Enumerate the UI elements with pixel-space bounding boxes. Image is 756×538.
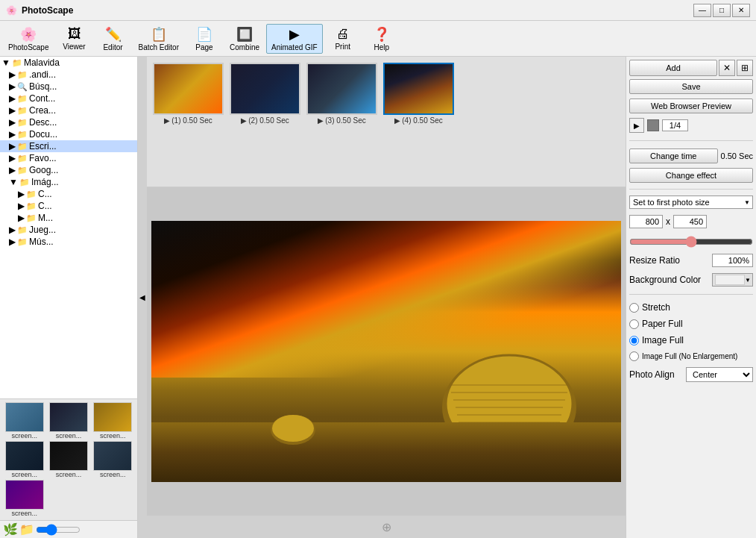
tree-item-m[interactable]: ▶ 📁 M... [0, 212, 137, 224]
minimize-button[interactable]: — [693, 4, 711, 17]
frame-4[interactable]: ▶ (4) 0.50 Sec [383, 63, 454, 125]
frame-2[interactable]: ▶ (2) 0.50 Sec [230, 63, 300, 125]
label-image-full: Image Full [642, 335, 684, 345]
thumb-3[interactable]: screen... [92, 402, 134, 440]
zoom-slider[interactable] [36, 525, 81, 534]
nav-icon-2[interactable]: 📁 [19, 522, 34, 537]
toolbar-print-label: Print [335, 43, 350, 51]
folder-icon: 📁 [12, 58, 22, 68]
resize-ratio-input[interactable] [712, 254, 753, 267]
size-mode-select[interactable]: Set to first photo size [629, 196, 753, 209]
tree-item-label-c2: C... [38, 201, 52, 211]
tree-item-andi[interactable]: ▶ 📁 .andi... [0, 69, 137, 81]
frame-counter: 1/4 [662, 119, 688, 131]
toolbar-combine[interactable]: 🔲 Combine [224, 24, 265, 54]
option-stretch[interactable]: Stretch [629, 302, 753, 313]
thumb-4[interactable]: screen... [3, 441, 45, 478]
tree-item-label-crea: Crea... [29, 105, 56, 116]
tree-item-imag[interactable]: ▼ 📁 Imág... [0, 176, 137, 188]
thumb-label-7: screen... [5, 510, 44, 517]
add-button[interactable]: Add [629, 60, 717, 76]
change-time-button[interactable]: Change time [629, 148, 718, 163]
hay-scene [151, 221, 621, 482]
preview-area [147, 187, 626, 516]
tree-item-busq[interactable]: ▶ 🔍 Búsq... [0, 81, 137, 93]
web-preview-button[interactable]: Web Browser Preview [629, 98, 753, 113]
time-value: 0.50 Sec [721, 151, 753, 160]
toolbar-viewer-label: Viewer [63, 43, 85, 51]
file-tree: ▼ 📁 Malavida ▶ 📁 .andi... ▶ 🔍 Búsq... ▶ … [0, 57, 137, 398]
change-effect-button[interactable]: Change effect [629, 168, 753, 183]
radio-stretch[interactable] [629, 303, 639, 313]
thumb-7[interactable]: screen... [3, 480, 45, 517]
tree-item-label-goog: Goog... [29, 165, 58, 175]
dimensions-row: x [629, 215, 753, 228]
editor-icon: ✏️ [105, 26, 122, 43]
toolbar-photoscape[interactable]: 🌸 PhotoScape [3, 24, 54, 54]
sidebar-bottom-nav: 🌿 📁 [0, 520, 137, 538]
width-input[interactable] [629, 215, 663, 228]
height-input[interactable] [673, 215, 707, 228]
toolbar-combine-label: Combine [230, 43, 259, 51]
sidebar-collapse-button[interactable]: ◀ [138, 57, 147, 538]
expand-icon-c1: ▶ [18, 189, 25, 199]
toolbar-viewer[interactable]: 🖼 Viewer [56, 24, 93, 53]
folder-icon-busq: 🔍 [17, 82, 28, 92]
toolbar-page[interactable]: 📄 Page [186, 24, 223, 54]
tree-item-goog[interactable]: ▶ 📁 Goog... [0, 164, 137, 176]
expand-icon-escri: ▶ [9, 141, 16, 151]
expand-icon-goog: ▶ [9, 165, 16, 175]
close-button[interactable]: ✕ [732, 4, 750, 17]
save-button[interactable]: Save [629, 79, 753, 94]
frame-label-2: ▶ (2) 0.50 Sec [241, 116, 289, 125]
toolbar-editor[interactable]: ✏️ Editor [95, 24, 132, 54]
frame-1[interactable]: ▶ (1) 0.50 Sec [153, 63, 224, 125]
toolbar-print[interactable]: 🖨 Print [324, 24, 362, 53]
thumb-1[interactable]: screen... [3, 402, 45, 440]
folder-icon-mus: 📁 [17, 237, 28, 247]
reorder-button[interactable]: ⊞ [737, 60, 753, 76]
tree-item-c1[interactable]: ▶ 📁 C... [0, 188, 137, 200]
toolbar: 🌸 PhotoScape 🖼 Viewer ✏️ Editor 📋 Batch … [0, 21, 756, 57]
tree-item-label-imag: Imág... [31, 177, 59, 187]
thumb-2[interactable]: screen... [47, 402, 89, 440]
thumb-6[interactable]: screen... [92, 441, 134, 478]
tree-item-cont[interactable]: ▶ 📁 Cont... [0, 93, 137, 104]
toolbar-help[interactable]: ❓ Help [363, 24, 400, 54]
app-icon: 🌸 [6, 5, 17, 16]
maximize-button[interactable]: □ [713, 4, 731, 17]
tree-item-malavida[interactable]: ▼ 📁 Malavida [0, 57, 137, 69]
play-button[interactable]: ▶ [629, 118, 644, 133]
tree-item-c2[interactable]: ▶ 📁 C... [0, 200, 137, 212]
tree-item-crea[interactable]: ▶ 📁 Crea... [0, 104, 137, 116]
toolbar-batch[interactable]: 📋 Batch Editor [133, 24, 184, 54]
frame-3[interactable]: ▶ (3) 0.50 Sec [306, 63, 377, 125]
bg-color-button[interactable]: ▼ [712, 273, 753, 287]
radio-paper-full[interactable] [629, 319, 639, 329]
size-slider[interactable] [629, 236, 753, 248]
folder-icon-c2: 📁 [26, 201, 37, 211]
radio-image-full[interactable] [629, 336, 639, 345]
frames-strip: ▶ (1) 0.50 Sec ▶ (2) 0.50 Sec ▶ (3) 0.50… [147, 57, 626, 187]
thumb-5[interactable]: screen... [47, 441, 89, 478]
option-paper-full[interactable]: Paper Full [629, 319, 753, 329]
tree-item-docu[interactable]: ▶ 📁 Docu... [0, 128, 137, 140]
radio-image-full-no-enlarge[interactable] [629, 351, 639, 361]
tree-item-escri[interactable]: ▶ 📁 Escri... [0, 140, 137, 152]
tree-item-mus[interactable]: ▶ 📁 Mús... [0, 236, 137, 248]
delete-button[interactable]: ✕ [719, 60, 735, 76]
nav-icon-1[interactable]: 🌿 [3, 522, 18, 537]
tree-item-desc[interactable]: ▶ 📁 Desc... [0, 116, 137, 128]
size-mode-wrapper: Set to first photo size [629, 196, 753, 209]
add-save-row: Add ✕ ⊞ [629, 60, 753, 76]
toolbar-gif[interactable]: ▶ Animated GIF [266, 24, 323, 54]
tree-item-label-mus: Mús... [29, 237, 54, 247]
option-image-full-no-enlarge[interactable]: Image Full (No Enlargement) [629, 351, 753, 361]
tree-item-jueg[interactable]: ▶ 📁 Jueg... [0, 224, 137, 236]
color-dropdown-arrow: ▼ [745, 277, 751, 284]
toolbar-page-label: Page [195, 43, 212, 51]
tree-item-favo[interactable]: ▶ 📁 Favo... [0, 152, 137, 164]
photo-align-select[interactable]: Center Top Left Top Right Bottom Left Bo… [686, 367, 753, 382]
option-image-full[interactable]: Image Full [629, 335, 753, 345]
preview-image [151, 221, 621, 482]
